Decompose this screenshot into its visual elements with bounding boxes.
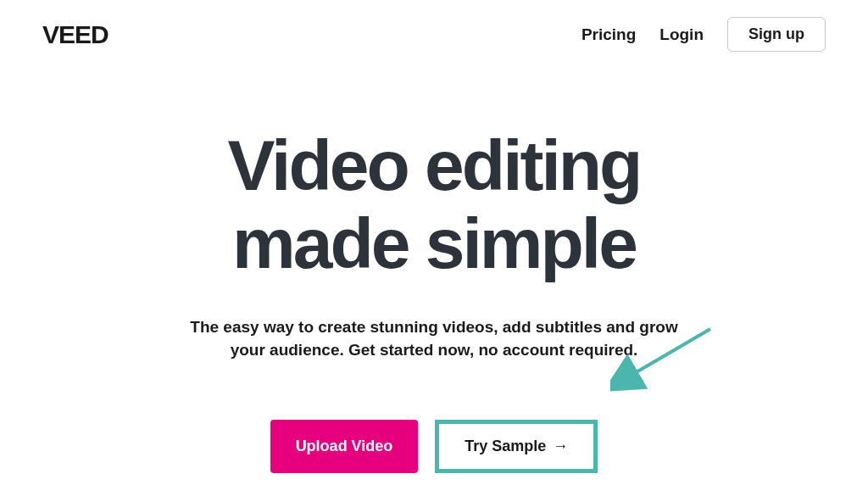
cta-row: Upload Video Try Sample → <box>0 420 868 473</box>
hero-title-line2: made simple <box>232 203 636 283</box>
hero-title: Video editing made simple <box>0 126 868 283</box>
hero-section: Video editing made simple The easy way t… <box>0 126 868 473</box>
signup-button[interactable]: Sign up <box>727 17 826 52</box>
arrow-right-icon: → <box>553 438 568 455</box>
upload-video-button[interactable]: Upload Video <box>270 420 419 473</box>
try-sample-label: Try Sample <box>465 438 546 455</box>
pricing-link[interactable]: Pricing <box>581 25 636 44</box>
header: VEED Pricing Login Sign up <box>0 0 868 52</box>
logo[interactable]: VEED <box>42 20 108 49</box>
nav-right: Pricing Login Sign up <box>581 17 826 52</box>
login-link[interactable]: Login <box>659 25 704 44</box>
try-sample-button[interactable]: Try Sample → <box>435 420 598 473</box>
hero-title-line1: Video editing <box>228 125 641 205</box>
hero-subtitle: The easy way to create stunning videos, … <box>175 315 693 362</box>
